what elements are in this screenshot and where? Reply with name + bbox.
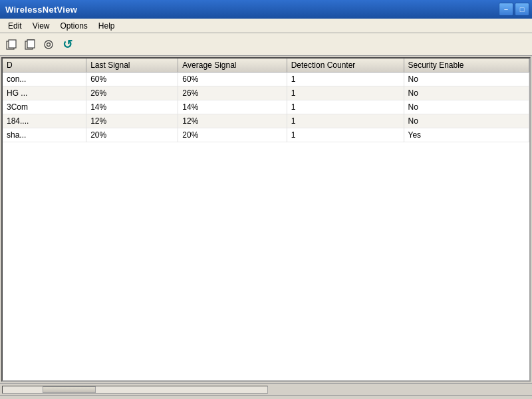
properties-toolbar-button[interactable] <box>40 36 57 53</box>
table-cell: 184.... <box>3 114 86 128</box>
col-header-avg-signal[interactable]: Average Signal <box>178 59 287 72</box>
table-cell: No <box>404 114 529 128</box>
table-cell: 26% <box>178 86 287 100</box>
copy-icon <box>5 39 17 51</box>
table-cell: 12% <box>86 114 178 128</box>
main-content: D Last Signal Average Signal Detection C… <box>1 57 531 382</box>
menu-item-help[interactable]: Help <box>93 20 120 32</box>
table-row[interactable]: 3Com14%14%1No <box>3 100 529 114</box>
table-cell: 1 <box>287 72 404 86</box>
table-cell: 26% <box>86 86 178 100</box>
network-table: D Last Signal Average Signal Detection C… <box>3 59 529 142</box>
col-header-last-signal[interactable]: Last Signal <box>86 59 178 72</box>
title-buttons: − □ <box>499 3 529 16</box>
status-bar: NirSoft Freeware. http://www.ni <box>0 395 532 399</box>
table-row[interactable]: 184....12%12%1No <box>3 114 529 128</box>
table-cell: HG ... <box>3 86 86 100</box>
table-row[interactable]: con...60%60%1No <box>3 72 529 86</box>
table-row[interactable]: HG ...26%26%1No <box>3 86 529 100</box>
table-cell: 1 <box>287 86 404 100</box>
menu-item-options[interactable]: Options <box>55 20 92 32</box>
refresh-toolbar-button[interactable]: ↺ <box>59 36 76 53</box>
table-cell: con... <box>3 72 86 86</box>
maximize-button[interactable]: □ <box>515 3 529 16</box>
hscroll-area[interactable] <box>0 383 532 395</box>
minimize-button[interactable]: − <box>499 3 513 16</box>
svg-point-5 <box>45 41 53 49</box>
table-cell: 20% <box>178 128 287 142</box>
menu-item-edit[interactable]: Edit <box>3 20 27 32</box>
properties-icon <box>43 39 55 51</box>
table-cell: No <box>404 86 529 100</box>
col-header-id[interactable]: D <box>3 59 86 72</box>
svg-point-6 <box>47 43 51 46</box>
table-cell: No <box>404 72 529 86</box>
menu-bar: EditViewOptionsHelp <box>0 19 532 33</box>
table-cell: 1 <box>287 114 404 128</box>
table-cell: Yes <box>404 128 529 142</box>
app-title: WirelessNetView <box>5 5 77 15</box>
hscroll-track[interactable] <box>2 386 268 394</box>
col-header-detection[interactable]: Detection Counter <box>287 59 404 72</box>
table-cell: 1 <box>287 128 404 142</box>
col-header-security[interactable]: Security Enable <box>404 59 529 72</box>
table-cell: 20% <box>86 128 178 142</box>
copy-toolbar-button[interactable] <box>3 36 20 53</box>
table-cell: 1 <box>287 100 404 114</box>
table-cell: 60% <box>178 72 287 86</box>
toolbar: ↺ <box>0 33 532 56</box>
table-body: con...60%60%1NoHG ...26%26%1No3Com14%14%… <box>3 72 529 142</box>
svg-rect-1 <box>9 40 16 48</box>
title-bar: WirelessNetView − □ <box>0 0 532 19</box>
table-wrapper[interactable]: D Last Signal Average Signal Detection C… <box>3 59 529 380</box>
table-row[interactable]: sha...20%20%1Yes <box>3 128 529 142</box>
table-cell: 14% <box>86 100 178 114</box>
svg-rect-4 <box>27 40 35 48</box>
hscroll-thumb[interactable] <box>43 386 96 393</box>
table-header-row: D Last Signal Average Signal Detection C… <box>3 59 529 72</box>
table-cell: 3Com <box>3 100 86 114</box>
menu-item-view[interactable]: View <box>27 20 55 32</box>
cut-toolbar-button[interactable] <box>21 36 39 53</box>
table-cell: 60% <box>86 72 178 86</box>
table-cell: 12% <box>178 114 287 128</box>
cut-icon <box>24 39 36 51</box>
table-cell: No <box>404 100 529 114</box>
table-cell: sha... <box>3 128 86 142</box>
table-cell: 14% <box>178 100 287 114</box>
